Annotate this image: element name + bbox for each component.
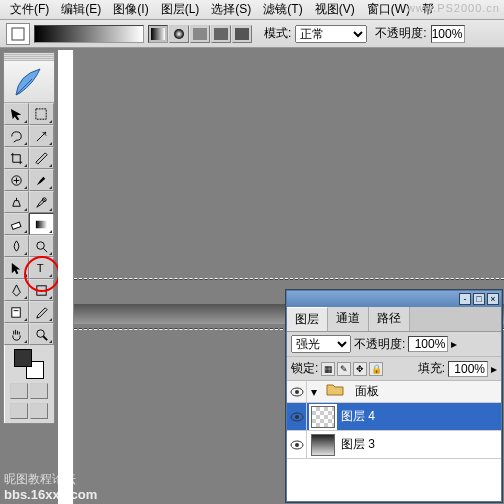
palette-grip[interactable] — [4, 53, 54, 61]
gradient-tool[interactable] — [29, 213, 54, 235]
layer-name[interactable]: 面板 — [353, 383, 501, 400]
quickmask-group — [9, 383, 49, 399]
fill-value[interactable]: 100% — [448, 361, 488, 377]
standard-mode-icon[interactable] — [10, 383, 28, 399]
panel-maximize-icon[interactable]: □ — [473, 293, 485, 305]
lock-all-icon[interactable]: 🔒 — [369, 362, 383, 376]
quickmask-mode-icon[interactable] — [30, 383, 48, 399]
layer-thumb — [311, 434, 335, 456]
lock-transparency-icon[interactable]: ▦ — [321, 362, 335, 376]
screen-standard-icon[interactable] — [10, 403, 28, 419]
layer-row[interactable]: 图层 4 — [287, 403, 501, 431]
shape-tool[interactable] — [29, 279, 54, 301]
brush-tool[interactable] — [29, 169, 54, 191]
pen-tool[interactable] — [4, 279, 29, 301]
layers-panel: - □ × 图层 通道 路径 强光 不透明度: 100% ▸ 锁定: ▦ ✎ ✥… — [286, 290, 502, 502]
svg-rect-5 — [235, 28, 249, 40]
svg-rect-16 — [37, 285, 46, 294]
visibility-eye-icon[interactable] — [287, 403, 307, 430]
fg-color[interactable] — [14, 349, 32, 367]
healing-brush-tool[interactable] — [4, 169, 29, 191]
tab-paths[interactable]: 路径 — [369, 307, 410, 331]
crop-tool[interactable] — [4, 147, 29, 169]
visibility-eye-icon[interactable] — [287, 431, 307, 458]
tab-layers[interactable]: 图层 — [287, 307, 328, 331]
watermark-top: www.PS2000.cn — [407, 2, 500, 14]
eyedropper-tool[interactable] — [29, 301, 54, 323]
gradient-type-group — [148, 25, 252, 43]
tool-preset-picker[interactable] — [6, 23, 30, 45]
visibility-eye-icon[interactable] — [287, 381, 307, 402]
svg-line-20 — [43, 336, 47, 340]
fg-bg-swatch[interactable] — [14, 349, 44, 379]
chevron-down-icon[interactable]: ▸ — [491, 362, 497, 376]
mode-label: 模式: — [264, 25, 291, 42]
clone-stamp-tool[interactable] — [4, 191, 29, 213]
svg-point-24 — [295, 415, 299, 419]
layer-thumb — [311, 406, 335, 428]
layer-name[interactable]: 图层 3 — [339, 436, 501, 453]
gradient-linear-icon[interactable] — [148, 25, 168, 43]
lock-paint-icon[interactable]: ✎ — [337, 362, 351, 376]
fill-label: 填充: — [418, 360, 445, 377]
blur-tool[interactable] — [4, 235, 29, 257]
lock-position-icon[interactable]: ✥ — [353, 362, 367, 376]
svg-rect-17 — [12, 307, 20, 316]
notes-tool[interactable] — [4, 301, 29, 323]
svg-rect-3 — [193, 28, 207, 40]
svg-rect-4 — [214, 28, 228, 40]
panel-close-icon[interactable]: × — [487, 293, 499, 305]
opacity-value[interactable]: 100% — [431, 25, 465, 43]
menu-layer[interactable]: 图层(L) — [155, 0, 206, 20]
gradient-radial-icon[interactable] — [169, 25, 189, 43]
slice-tool[interactable] — [29, 147, 54, 169]
ruler-vertical — [58, 50, 74, 504]
svg-text:T: T — [37, 262, 44, 274]
blend-mode-select[interactable]: 正常 — [295, 25, 367, 43]
history-brush-tool[interactable] — [29, 191, 54, 213]
gradient-angle-icon[interactable] — [190, 25, 210, 43]
svg-point-13 — [37, 241, 45, 249]
menu-filter[interactable]: 滤镜(T) — [257, 0, 308, 20]
marquee-tool[interactable] — [29, 103, 54, 125]
path-select-tool[interactable] — [4, 257, 29, 279]
gradient-reflected-icon[interactable] — [211, 25, 231, 43]
menu-file[interactable]: 文件(F) — [4, 0, 55, 20]
svg-rect-7 — [36, 108, 46, 118]
hand-tool[interactable] — [4, 323, 29, 345]
lasso-tool[interactable] — [4, 125, 29, 147]
layer-name[interactable]: 图层 4 — [339, 408, 501, 425]
svg-point-22 — [295, 390, 299, 394]
tab-channels[interactable]: 通道 — [328, 307, 369, 331]
watermark-url: bbs.16xx8.com — [4, 487, 97, 502]
svg-point-2 — [174, 29, 184, 39]
magic-wand-tool[interactable] — [29, 125, 54, 147]
gradient-diamond-icon[interactable] — [232, 25, 252, 43]
screenmode-group — [9, 403, 49, 419]
layer-opacity-value[interactable]: 100% — [408, 336, 448, 352]
tools-palette: T — [3, 52, 55, 424]
layer-opacity-label: 不透明度: — [354, 336, 405, 353]
menu-select[interactable]: 选择(S) — [205, 0, 257, 20]
eraser-tool[interactable] — [4, 213, 29, 235]
type-tool[interactable]: T — [29, 257, 54, 279]
layer-row[interactable]: 图层 3 — [287, 431, 501, 459]
panel-minimize-icon[interactable]: - — [459, 293, 471, 305]
arrow-icon[interactable]: ▾ — [307, 385, 321, 399]
layer-row[interactable]: ▾面板 — [287, 381, 501, 403]
zoom-tool[interactable] — [29, 323, 54, 345]
menu-edit[interactable]: 编辑(E) — [55, 0, 107, 20]
lock-label: 锁定: — [291, 360, 318, 377]
panel-titlebar[interactable]: - □ × — [287, 291, 501, 307]
screen-full-menu-icon[interactable] — [30, 403, 48, 419]
svg-rect-0 — [12, 28, 24, 40]
gradient-preview[interactable] — [34, 25, 144, 43]
layer-blend-select[interactable]: 强光 — [291, 335, 351, 353]
watermark-forum: 昵图教程论坛 — [4, 471, 76, 488]
menu-view[interactable]: 视图(V) — [309, 0, 361, 20]
dodge-tool[interactable] — [29, 235, 54, 257]
color-swatches — [4, 345, 54, 423]
chevron-down-icon[interactable]: ▸ — [451, 337, 457, 351]
move-tool[interactable] — [4, 103, 29, 125]
menu-image[interactable]: 图像(I) — [107, 0, 154, 20]
